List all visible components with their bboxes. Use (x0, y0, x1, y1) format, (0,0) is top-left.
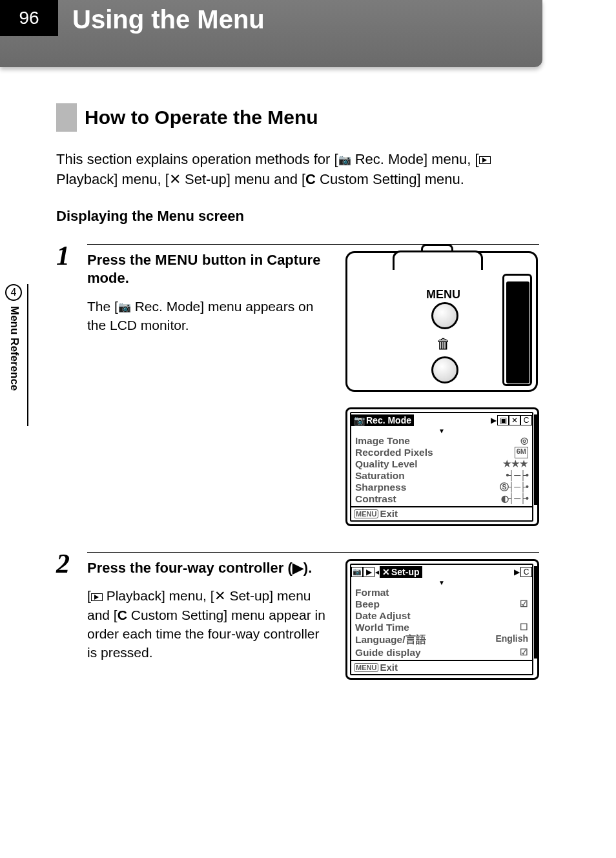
page-number: 96 (0, 0, 58, 36)
wrench-icon: ✕ (382, 567, 390, 577)
section-heading-row: How to Operate the Menu (56, 103, 539, 132)
menu-row: Guide display☑ (354, 647, 529, 659)
text: Custom Setting] menu. (316, 171, 464, 187)
wrench-icon: ✕ (214, 588, 226, 603)
custom-tab-icon: C (520, 567, 532, 577)
wrench-icon: ✕ (169, 171, 181, 187)
menu-word: MENU (155, 252, 198, 268)
menu-row: World Time☐ (354, 622, 529, 633)
trash-icon: 🗑 (436, 336, 451, 352)
text: This section explains operation methods … (56, 151, 338, 167)
active-tab: ✕ Set-up (380, 566, 422, 578)
item-label: Guide display (355, 647, 421, 659)
camera-grip-fill (506, 281, 529, 383)
item-value: ☑ (520, 647, 528, 659)
step-heading: Press the four-way controller (▶). (87, 559, 333, 578)
item-value: English (495, 633, 528, 647)
item-label: Format (355, 587, 389, 598)
delete-button (431, 356, 458, 383)
item-label: World Time (355, 622, 409, 633)
text: The [ (87, 299, 118, 314)
item-value: •┤─├• (506, 470, 528, 482)
item-value: Ⓢ┤─├• (500, 482, 528, 493)
arrow-right-icon: ▶ (491, 416, 497, 425)
text: Playback] menu, [ (56, 171, 169, 187)
menu-row: Beep☑ (354, 598, 529, 610)
custom-tab-icon: C (520, 415, 532, 425)
scrollbar (534, 566, 538, 659)
step-number: 1 (56, 240, 70, 271)
menu-row: Language/言語English (354, 633, 529, 647)
item-label: Quality Level (355, 458, 417, 470)
text: Press the (87, 252, 155, 268)
item-label: Language/言語 (355, 633, 426, 647)
step-description: The [📷 Rec. Mode] menu appears on the LC… (87, 297, 333, 335)
chapter-number-circle: 4 (5, 284, 22, 301)
camera-icon: 📷 (354, 415, 365, 425)
step-1: 1 Press the MENU button in Capture mode.… (56, 244, 539, 526)
text: Playback] menu, [ (103, 588, 214, 603)
item-label: Recorded Pixels (355, 447, 433, 458)
item-value: ☐ (520, 622, 528, 633)
item-label: Date Adjust (355, 610, 411, 622)
section-title: How to Operate the Menu (85, 107, 318, 128)
camera-top-plate (393, 250, 483, 270)
item-value: ★★★ (503, 458, 528, 470)
tab-indicators: ▶ ▣ ✕ C (490, 415, 532, 425)
tab-indicators: ▶ C (513, 567, 532, 577)
intro-paragraph: This section explains operation methods … (56, 150, 539, 190)
menu-badge: MENU (354, 663, 378, 672)
scroll-down-icon: ▼ (354, 429, 529, 435)
footer-label: Exit (380, 508, 398, 519)
playback-tab-icon: ▶ (363, 567, 375, 577)
camera-illustration: MENU 🗑 (345, 251, 538, 392)
scroll-down-icon: ▼ (354, 580, 529, 587)
menu-row: Contrast◐┤─├• (354, 493, 529, 505)
active-tab: 📷Rec. Mode (351, 414, 414, 426)
camera-icon: 📷 (118, 301, 131, 312)
camera-icon: 📷 (338, 154, 351, 165)
menu-button-label: MENU (426, 288, 460, 301)
chapter-title: Using the Menu (72, 5, 265, 34)
menu-row: Saturation•┤─├• (354, 470, 529, 482)
step-2: 2 Press the four-way controller (▶). [ P… (56, 552, 539, 680)
step-number: 2 (56, 548, 70, 579)
arrow-right-icon: ▶ (514, 567, 520, 577)
tab-label: Set-up (391, 567, 420, 577)
arrow-left-icon: ◂ (375, 567, 379, 577)
lcd-tabs: 📷Rec. Mode ▶ ▣ ✕ C (351, 413, 532, 427)
item-label: Sharpness (355, 482, 406, 493)
lcd-setup: 📷 ▶ ◂ ✕ Set-up ▶ C (345, 559, 539, 680)
lcd-tabs: 📷 ▶ ◂ ✕ Set-up ▶ C (351, 565, 532, 579)
menu-footer: MENUExit (351, 660, 532, 674)
item-label: Beep (355, 598, 380, 610)
playback-icon (479, 156, 491, 164)
step-description: [ Playback] menu, [✕ Set-up] menu and [C… (87, 586, 333, 662)
rec-tab-icon: 📷 (351, 567, 363, 577)
menu-badge: MENU (354, 509, 378, 518)
subheading: Displaying the Menu screen (56, 208, 539, 225)
menu-row: Format (354, 587, 529, 598)
section: How to Operate the Menu This section exp… (56, 103, 539, 706)
item-label: Image Tone (355, 435, 410, 447)
tab-label: Rec. Mode (366, 415, 411, 425)
item-label: Saturation (355, 470, 405, 482)
menu-row: Quality Level★★★ (354, 458, 529, 470)
menu-items: ▼ Image Tone◎ Recorded Pixels6M Quality … (351, 427, 532, 506)
playback-icon (91, 593, 103, 601)
lcd-rec-mode: 📷Rec. Mode ▶ ▣ ✕ C ▼ Image Tone (345, 407, 539, 526)
menu-row: SharpnessⓈ┤─├• (354, 482, 529, 493)
menu-items: ▼ Format Beep☑ Date Adjust World Time☐ L… (351, 579, 532, 660)
text: Rec. Mode] menu, [ (351, 151, 479, 167)
scrollbar (534, 414, 538, 505)
item-value: ◐┤─├• (501, 493, 528, 505)
setup-tab-icon: ✕ (509, 415, 520, 425)
text: Set-up] menu and [ (181, 171, 305, 187)
menu-row: Recorded Pixels6M (354, 447, 529, 458)
step-heading: Press the MENU button in Capture mode. (87, 251, 333, 288)
custom-icon: C (305, 171, 316, 187)
menu-row: Image Tone◎ (354, 435, 529, 447)
item-value: ☑ (520, 598, 528, 610)
item-value: ◎ (520, 435, 528, 447)
side-tab: 4 Menu Reference (0, 284, 28, 426)
